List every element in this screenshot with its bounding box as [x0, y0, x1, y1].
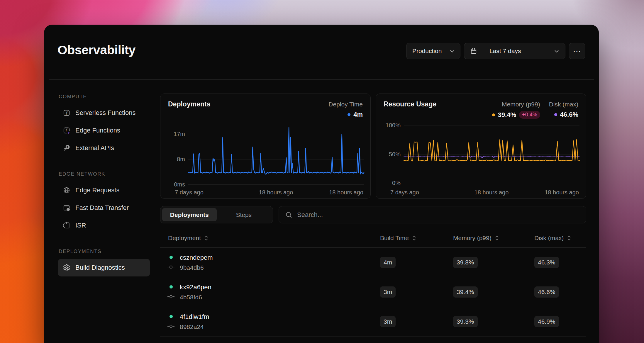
- commit-hash: 4b58fd6: [180, 294, 202, 301]
- table-row[interactable]: kx92a6pen 4b58fd6 3m 39.4% 46.6%: [160, 277, 586, 307]
- memory-chip: 39.4%: [453, 286, 478, 298]
- column-header-build-time[interactable]: Build Time: [380, 235, 416, 242]
- calendar-button[interactable]: [464, 43, 483, 59]
- environment-label: Production: [412, 47, 442, 55]
- deployments-table: Deployment Build Time Memory (p99) Disk …: [160, 228, 586, 337]
- sidebar-item-isr[interactable]: ISR: [58, 217, 150, 234]
- external-apis-icon: [63, 144, 70, 152]
- legend-label-disk: Disk (max): [549, 101, 578, 108]
- deployments-chart-card: Deployments Deploy Time 4m 17m 8m 0ms 7 …: [160, 94, 371, 199]
- x-tick: 7 days ago: [175, 189, 204, 196]
- deploy-time-dot: [348, 113, 350, 116]
- chevron-down-icon: [553, 48, 560, 54]
- sidebar-item-external-apis[interactable]: External APIs: [58, 139, 150, 157]
- column-header-disk[interactable]: Disk (max): [534, 235, 571, 242]
- memory-dot: [492, 113, 495, 116]
- legend-value: 4m: [353, 111, 363, 118]
- header-divider: [49, 79, 594, 80]
- y-tick: 17m: [165, 131, 185, 137]
- serverless-functions-icon: f: [63, 109, 70, 117]
- search-icon: [285, 211, 292, 218]
- y-tick: 8m: [165, 156, 185, 163]
- svg-text:ε: ε: [68, 131, 70, 134]
- resource-usage-line-chart: [404, 125, 579, 183]
- memory-chip: 39.8%: [453, 257, 478, 268]
- sidebar-item-build-diagnostics[interactable]: Build Diagnostics: [58, 259, 150, 276]
- observability-panel: Observability Production Last 7 days ⋯ C…: [44, 25, 599, 343]
- resource-usage-chart-card: Resource Usage Memory (p99) 39.4%+0.4% D…: [376, 94, 586, 199]
- table-header: Deployment Build Time Memory (p99) Disk …: [160, 228, 586, 248]
- build-time-chip: 3m: [380, 316, 396, 327]
- commit-hash: 8982a24: [180, 323, 204, 330]
- disk-chip: 46.3%: [534, 257, 559, 268]
- svg-text:f: f: [66, 111, 68, 115]
- commit-icon: [167, 264, 175, 270]
- deploy-time-line-chart: [188, 126, 364, 184]
- commit-icon: [167, 294, 175, 300]
- status-dot: [170, 315, 173, 318]
- build-time-chip: 4m: [380, 257, 396, 268]
- sort-icon: [204, 235, 208, 241]
- card-title: Deployments: [168, 100, 210, 108]
- disk-dot: [554, 113, 557, 116]
- sidebar: COMPUTE f Serverless Functions fε Edge F…: [58, 94, 150, 276]
- sidebar-section-compute: COMPUTE: [59, 94, 150, 100]
- date-range-label: Last 7 days: [483, 47, 553, 55]
- y-tick: 0ms: [165, 181, 185, 188]
- search-placeholder: Search...: [297, 211, 323, 219]
- environment-dropdown[interactable]: Production: [406, 43, 460, 59]
- search-input[interactable]: Search...: [279, 206, 586, 223]
- sort-icon: [412, 235, 416, 241]
- edge-functions-icon: fε: [63, 127, 70, 134]
- table-row[interactable]: cszndepem 9ba4db6 4m 39.8% 46.3%: [160, 248, 586, 277]
- sidebar-item-edge-functions[interactable]: fε Edge Functions: [58, 122, 150, 139]
- build-time-chip: 3m: [380, 286, 396, 298]
- card-title: Resource Usage: [384, 100, 436, 108]
- calendar-icon: [470, 47, 477, 55]
- table-tabs: Deployments Steps: [160, 206, 273, 223]
- y-tick: 0%: [380, 180, 401, 186]
- table-row[interactable]: 4f1dlw1fm 8982a24 3m 39.3% 46.9%: [160, 307, 586, 337]
- y-tick: 100%: [380, 122, 401, 129]
- y-tick: 50%: [380, 151, 401, 158]
- x-tick: 18 hours ago: [545, 189, 579, 196]
- disk-chip: 46.6%: [534, 286, 559, 298]
- sidebar-section-edge-network: EDGE NETWORK: [59, 171, 150, 177]
- status-dot: [170, 256, 173, 259]
- gridline: [404, 183, 579, 183]
- sort-icon: [495, 235, 499, 241]
- memory-chip: 39.3%: [453, 316, 478, 327]
- globe-icon: [63, 186, 70, 194]
- sidebar-section-deployments: DEPLOYMENTS: [59, 249, 150, 254]
- column-header-deployment[interactable]: Deployment: [168, 235, 208, 242]
- disk-chip: 46.9%: [534, 316, 559, 327]
- date-range-picker[interactable]: Last 7 days: [464, 43, 565, 59]
- column-header-memory[interactable]: Memory (p99): [453, 235, 499, 242]
- legend-label-memory: Memory (p99): [502, 101, 540, 108]
- chevron-down-icon: [449, 48, 455, 54]
- sidebar-item-fast-data-transfer[interactable]: Fast Data Transfer: [58, 199, 150, 217]
- gridline: [188, 184, 364, 185]
- commit-icon: [167, 323, 175, 329]
- gear-icon: [63, 264, 70, 271]
- tab-steps[interactable]: Steps: [217, 208, 271, 221]
- sort-icon: [567, 235, 571, 241]
- status-dot: [170, 285, 173, 288]
- x-tick: 18 hours ago: [329, 189, 363, 196]
- more-options-button[interactable]: ⋯: [569, 43, 585, 59]
- deployment-name: cszndepem: [180, 254, 213, 262]
- deployment-name: 4f1dlw1fm: [180, 313, 209, 321]
- sidebar-item-edge-requests[interactable]: Edge Requests: [58, 181, 150, 199]
- ellipsis-icon: ⋯: [573, 46, 582, 56]
- fast-data-transfer-icon: [63, 204, 70, 212]
- tab-deployments[interactable]: Deployments: [162, 208, 217, 221]
- x-tick: 18 hours ago: [258, 189, 294, 196]
- x-tick: 18 hours ago: [474, 189, 509, 196]
- memory-value: 39.4%: [498, 111, 516, 119]
- legend-label: Deploy Time: [328, 101, 363, 108]
- page-title: Observability: [57, 43, 135, 57]
- sidebar-item-serverless-functions[interactable]: f Serverless Functions: [58, 104, 150, 122]
- commit-hash: 9ba4db6: [180, 264, 204, 271]
- memory-delta-badge: +0.4%: [519, 111, 540, 119]
- x-tick: 7 days ago: [390, 189, 419, 196]
